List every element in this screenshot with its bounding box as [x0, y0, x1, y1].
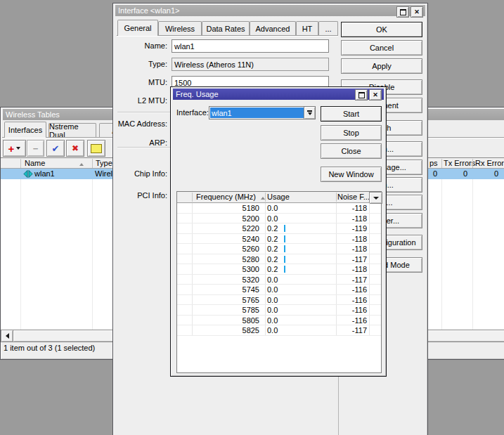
freq-row-5785[interactable]: 57850.0-116 — [177, 305, 381, 316]
column-header-usage[interactable]: Usage — [267, 192, 290, 202]
noise-value: -118 — [337, 204, 367, 212]
freq-row-5220[interactable]: 52200.2-119 — [177, 223, 381, 234]
close-dialog-button[interactable]: Close — [321, 143, 382, 159]
comment-icon — [91, 144, 102, 153]
usage-value: 0.2 — [267, 265, 278, 273]
tab-[interactable]: ... — [318, 21, 338, 35]
freq-value: 5765 — [192, 296, 259, 304]
button-cancel[interactable]: Cancel — [341, 40, 422, 56]
frequency-table: Frequency (MHz) Usage Noise F... 51800.0… — [176, 191, 382, 373]
column-select-icon — [373, 197, 379, 200]
usage-bar — [284, 266, 285, 273]
usage-bar — [284, 225, 285, 232]
freq-value: 5320 — [192, 275, 259, 284]
button-apply[interactable]: Apply — [341, 58, 422, 74]
usage-bar — [284, 245, 285, 252]
usage-value: 0.0 — [267, 306, 278, 314]
freq-usage-window: Freq. Usage ✕ Interface: wlan1 Start Sto… — [170, 86, 387, 377]
usage-value: 0.2 — [267, 255, 278, 264]
add-dropdown-icon — [16, 147, 20, 150]
freq-value: 5260 — [192, 245, 259, 253]
usage-value: 0.0 — [267, 275, 278, 284]
usage-bar — [284, 256, 285, 263]
freq-value: 5805 — [192, 316, 259, 325]
tab-interfaces[interactable]: Interfaces — [4, 122, 46, 138]
close-icon: ✕ — [373, 92, 378, 98]
freq-maximize-button[interactable] — [355, 89, 368, 100]
tab-general[interactable]: General — [117, 20, 158, 36]
disable-button[interactable]: ✖ — [66, 140, 84, 157]
usage-value: 0.0 — [267, 285, 278, 294]
freq-value: 5200 — [192, 214, 259, 223]
wireless-tables-title: Wireless Tables — [6, 110, 60, 119]
noise-value: -117 — [337, 326, 367, 335]
freq-usage-titlebar[interactable]: Freq. Usage ✕ — [173, 89, 384, 100]
remove-button[interactable]: − — [27, 140, 44, 157]
start-button[interactable]: Start — [321, 106, 382, 122]
interface-combo-label: Interface: — [176, 106, 206, 119]
noise-value: -118 — [337, 265, 367, 273]
noise-value: -118 — [337, 245, 367, 253]
comment-button[interactable] — [87, 140, 105, 157]
tab-data-rates[interactable]: Data Rates — [202, 21, 250, 35]
freq-row-5745[interactable]: 57450.0-116 — [177, 285, 381, 295]
freq-row-5180[interactable]: 51800.0-118 — [177, 203, 381, 214]
usage-bar — [284, 235, 285, 242]
freq-value: 5785 — [192, 306, 259, 314]
freq-value: 5825 — [192, 326, 259, 335]
column-header-frequency[interactable]: Frequency (MHz) — [196, 192, 265, 202]
column-select-button[interactable] — [369, 192, 382, 204]
disable-icon: ✖ — [72, 143, 79, 153]
freq-row-5300[interactable]: 53000.2-118 — [177, 264, 381, 275]
tab-wireless[interactable]: Wireless — [158, 21, 202, 35]
freq-value: 5300 — [192, 265, 259, 273]
tab-advanced[interactable]: Advanced — [250, 21, 296, 35]
noise-value: -116 — [337, 296, 367, 304]
freq-close-button[interactable]: ✕ — [369, 89, 382, 100]
usage-value: 0.0 — [267, 326, 278, 335]
usage-value: 0.0 — [267, 204, 278, 212]
freq-row-5765[interactable]: 57650.0-116 — [177, 295, 381, 306]
freq-value: 5220 — [192, 224, 259, 233]
column-header-name[interactable]: Name — [25, 158, 84, 169]
noise-value: -116 — [337, 285, 367, 294]
freq-row-5320[interactable]: 53200.0-117 — [177, 275, 381, 285]
column-header-rx-errors[interactable]: Rx Errors — [475, 158, 504, 169]
column-header-noise[interactable]: Noise F... — [337, 192, 370, 202]
usage-value: 0.2 — [267, 235, 278, 243]
freq-row-5240[interactable]: 52400.2-118 — [177, 234, 381, 245]
noise-value: -117 — [337, 275, 367, 284]
scroll-left-icon — [6, 333, 9, 339]
usage-value: 0.2 — [267, 245, 278, 253]
enable-button[interactable]: ✔ — [46, 140, 65, 157]
column-header-type[interactable]: Type — [96, 158, 112, 169]
tab-nstreme-dual[interactable]: Nstreme Dual — [49, 123, 96, 137]
wireless-interface-icon — [23, 170, 33, 179]
freq-row-5825[interactable]: 58250.0-117 — [177, 325, 381, 336]
column-header-drops[interactable]: ps — [429, 158, 438, 169]
freq-row-5260[interactable]: 52600.2-118 — [177, 244, 381, 254]
freq-row-5805[interactable]: 58050.0-116 — [177, 316, 381, 326]
combo-dropdown-button[interactable] — [304, 107, 315, 119]
noise-value: -116 — [337, 316, 367, 325]
row-rx-errors: 0 — [458, 169, 498, 178]
button-ok[interactable]: OK — [341, 22, 422, 37]
freq-row-5200[interactable]: 52000.0-118 — [177, 214, 381, 224]
noise-value: -116 — [337, 306, 367, 314]
usage-value: 0.0 — [267, 316, 278, 325]
new-window-button[interactable]: New Window — [321, 167, 382, 182]
noise-value: -117 — [337, 255, 367, 264]
freq-value: 5745 — [192, 285, 259, 294]
freq-row-5280[interactable]: 52800.2-117 — [177, 254, 381, 265]
interface-combo[interactable]: wlan1 — [209, 106, 316, 119]
add-button[interactable]: + — [3, 140, 26, 157]
freq-usage-title: Freq. Usage — [176, 90, 219, 98]
scroll-left-button[interactable] — [1, 330, 13, 342]
stop-button[interactable]: Stop — [321, 125, 382, 141]
freq-value: 5180 — [192, 204, 259, 212]
column-header-tx-errors[interactable]: Tx Errors — [444, 158, 475, 169]
noise-value: -118 — [337, 235, 367, 243]
frequency-table-header: Frequency (MHz) Usage Noise F... — [177, 192, 381, 203]
tab-ht[interactable]: HT — [296, 21, 318, 35]
noise-value: -119 — [337, 224, 367, 233]
